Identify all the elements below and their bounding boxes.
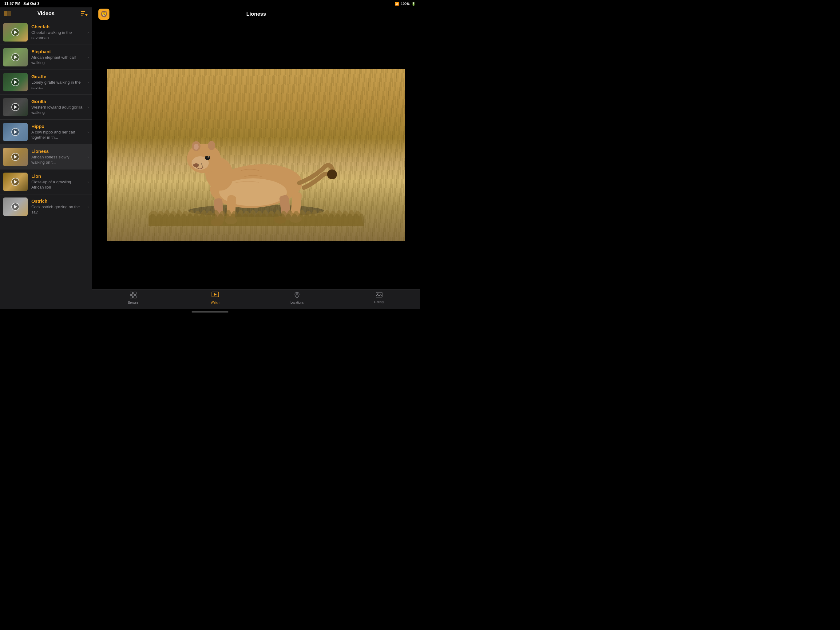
browse-label: Browse xyxy=(128,301,138,304)
status-bar: 11:57 PM Sat Oct 3 📶 100% 🔋 xyxy=(0,0,420,7)
video-desc-lion: Close-up of a growling African lion xyxy=(32,180,84,190)
play-circle-lion xyxy=(11,178,19,186)
tab-browse[interactable]: Browse xyxy=(92,291,174,304)
svg-marker-35 xyxy=(214,293,217,296)
video-title-gorilla: Gorilla xyxy=(32,99,84,104)
home-bar xyxy=(191,311,229,313)
main-layout: Videos xyxy=(0,7,420,309)
home-indicator xyxy=(0,309,420,315)
tab-bar: Browse Watch Locations xyxy=(92,289,420,309)
video-item-cheetah[interactable]: Cheetah Cheetah walking in the savannah … xyxy=(0,20,92,45)
svg-point-29 xyxy=(327,169,337,179)
chevron-lioness: › xyxy=(87,154,89,159)
play-triangle-elephant xyxy=(14,55,17,59)
play-triangle-cheetah xyxy=(14,30,17,34)
video-list: Cheetah Cheetah walking in the savannah … xyxy=(0,20,92,309)
sidebar-header: Videos xyxy=(0,7,92,20)
video-item-elephant[interactable]: Elephant African elephant with calf walk… xyxy=(0,45,92,70)
sidebar-toggle-button[interactable] xyxy=(4,11,11,16)
video-desc-ostrich: Cock ostrich grazing on the sav... xyxy=(32,204,84,215)
right-panel: 🦁 Lioness xyxy=(92,7,420,309)
locations-label: Locations xyxy=(291,301,304,304)
panel-title: Lioness xyxy=(246,11,266,17)
play-triangle-ostrich xyxy=(14,205,17,209)
video-thumb-giraffe xyxy=(3,73,28,91)
chevron-hippo: › xyxy=(87,130,89,135)
watch-icon xyxy=(212,291,219,300)
video-info-giraffe: Giraffe Lonely giraffe walking in the sa… xyxy=(32,74,84,90)
video-title-giraffe: Giraffe xyxy=(32,74,84,79)
svg-rect-2 xyxy=(81,11,85,12)
video-title-cheetah: Cheetah xyxy=(32,24,84,29)
tab-gallery[interactable]: Gallery xyxy=(338,292,420,304)
svg-point-19 xyxy=(198,164,199,166)
play-circle-hippo xyxy=(11,128,19,136)
video-title-hippo: Hippo xyxy=(32,123,84,129)
chevron-gorilla: › xyxy=(87,104,89,109)
gallery-icon xyxy=(376,292,382,300)
tab-locations[interactable]: Locations xyxy=(256,291,338,304)
video-item-lioness[interactable]: Lioness African lioness slowly walking o… xyxy=(0,144,92,169)
video-item-gorilla[interactable]: Gorilla Western lowland adult gorilla wa… xyxy=(0,95,92,120)
video-desc-lioness: African lioness slowly walking on t... xyxy=(32,155,84,165)
video-item-ostrich[interactable]: Ostrich Cock ostrich grazing on the sav.… xyxy=(0,195,92,219)
battery-percentage: 100% xyxy=(401,2,409,6)
lioness-scene[interactable] xyxy=(107,69,405,241)
status-time: 11:57 PM Sat Oct 3 xyxy=(4,2,39,6)
watch-label: Watch xyxy=(211,301,219,304)
video-title-ostrich: Ostrich xyxy=(32,198,84,204)
video-thumb-cheetah xyxy=(3,23,28,41)
status-icons: 📶 100% 🔋 xyxy=(395,2,416,6)
video-desc-hippo: A cow hippo and her calf together in th.… xyxy=(32,130,84,140)
play-circle-ostrich xyxy=(11,203,19,211)
video-container xyxy=(92,21,420,289)
video-thumb-gorilla xyxy=(3,98,28,116)
date-display: Sat Oct 3 xyxy=(24,2,39,6)
sort-button[interactable] xyxy=(81,11,88,17)
video-item-giraffe[interactable]: Giraffe Lonely giraffe walking in the sa… xyxy=(0,70,92,95)
chevron-ostrich: › xyxy=(87,204,89,209)
play-circle-elephant xyxy=(11,53,19,61)
svg-point-20 xyxy=(202,166,203,167)
chevron-elephant: › xyxy=(87,55,89,60)
play-triangle-giraffe xyxy=(14,80,17,84)
video-thumb-lion xyxy=(3,173,28,191)
svg-rect-33 xyxy=(134,296,136,298)
video-desc-elephant: African elephant with calf walking xyxy=(32,55,84,65)
chevron-cheetah: › xyxy=(87,30,89,35)
svg-point-18 xyxy=(201,163,202,165)
video-info-elephant: Elephant African elephant with calf walk… xyxy=(32,49,84,65)
chevron-giraffe: › xyxy=(87,80,89,85)
svg-rect-4 xyxy=(81,15,83,16)
video-info-lioness: Lioness African lioness slowly walking o… xyxy=(32,149,84,165)
svg-rect-31 xyxy=(134,292,136,294)
play-circle-cheetah xyxy=(11,28,19,36)
video-info-hippo: Hippo A cow hippo and her calf together … xyxy=(32,123,84,140)
video-info-lion: Lion Close-up of a growling African lion xyxy=(32,174,84,190)
video-info-gorilla: Gorilla Western lowland adult gorilla wa… xyxy=(32,99,84,116)
wifi-icon: 📶 xyxy=(395,2,399,6)
svg-point-12 xyxy=(208,141,215,150)
right-header: 🦁 Lioness xyxy=(92,7,420,21)
video-item-lion[interactable]: Lion Close-up of a growling African lion… xyxy=(0,169,92,195)
svg-rect-30 xyxy=(130,292,133,294)
video-title-elephant: Elephant xyxy=(32,49,84,54)
gallery-label: Gallery xyxy=(374,301,384,304)
video-title-lion: Lion xyxy=(32,174,84,179)
svg-rect-3 xyxy=(81,13,84,14)
svg-rect-1 xyxy=(7,11,11,16)
video-item-hippo[interactable]: Hippo A cow hippo and her calf together … xyxy=(0,120,92,144)
locations-icon xyxy=(294,291,300,300)
svg-point-17 xyxy=(208,156,209,157)
tab-watch[interactable]: Watch xyxy=(174,291,256,304)
video-frame xyxy=(92,69,420,241)
video-thumb-ostrich xyxy=(3,198,28,216)
svg-point-11 xyxy=(194,144,199,150)
sidebar: Videos xyxy=(0,7,92,309)
svg-point-36 xyxy=(297,294,298,295)
video-desc-giraffe: Lonely giraffe walking in the sava... xyxy=(32,80,84,90)
play-triangle-gorilla xyxy=(14,105,17,109)
app-icon: 🦁 xyxy=(98,9,109,20)
video-thumb-hippo xyxy=(3,123,28,141)
play-circle-gorilla xyxy=(11,103,19,111)
